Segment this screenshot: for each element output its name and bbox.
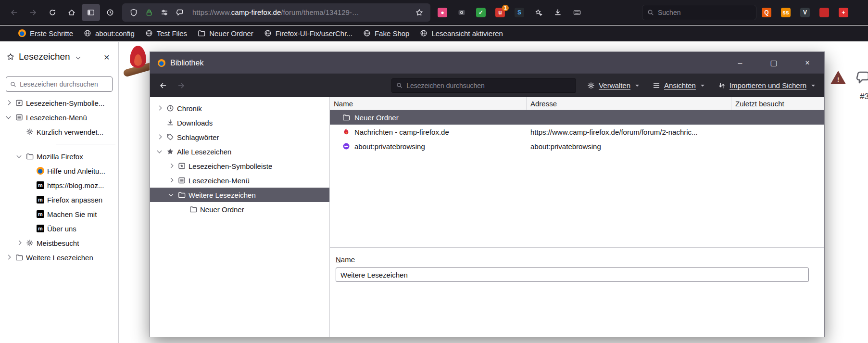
views-menu-button[interactable]: Ansichten	[648, 78, 709, 93]
bookmark-toolbar-item[interactable]: Leseansicht aktivieren	[415, 27, 507, 39]
bookmark-toolbar-item[interactable]: Firefox-UI-Fix/userChr...	[259, 27, 357, 39]
library-tree-item[interactable]: Lesezeichen-Symbolleiste	[150, 159, 329, 173]
library-tree-item[interactable]: Alle Lesezeichen	[150, 144, 329, 159]
bookmark-add-button[interactable]	[529, 4, 548, 21]
sidebar-header: Lesezeichen ×	[0, 42, 118, 64]
identity-lock-button[interactable]	[141, 4, 157, 21]
bookmark-toolbar-item[interactable]: Erste Schritte	[13, 27, 78, 39]
bookmark-star-button[interactable]	[412, 4, 427, 21]
sidebar-search-input[interactable]	[20, 80, 108, 88]
bookmark-tree-item[interactable]: m Machen Sie mit	[0, 207, 118, 221]
reload-button[interactable]	[43, 4, 62, 21]
warning-icon[interactable]: !	[830, 71, 846, 84]
table-row[interactable]: about:privatebrowsing about:privatebrows…	[330, 139, 824, 153]
minimize-button[interactable]: –	[723, 52, 757, 74]
expander[interactable]	[5, 99, 13, 107]
tree-item-label: Chronik	[177, 104, 202, 113]
bookmark-toolbar-item[interactable]: about:config	[79, 27, 139, 39]
manage-menu-button[interactable]: Verwalten	[583, 78, 643, 93]
library-forward-button[interactable]	[173, 77, 189, 94]
bookmark-toolbar-item[interactable]: Fake Shop	[358, 27, 415, 39]
bookmark-tree-item[interactable]: Lesezeichen-Menü	[0, 110, 118, 125]
tracking-protection-button[interactable]	[126, 4, 141, 21]
extension-ublock[interactable]: u1	[491, 4, 509, 21]
expander[interactable]	[167, 177, 175, 184]
back-button[interactable]	[5, 4, 23, 21]
extension-red-plus[interactable]: +	[834, 4, 853, 21]
expander[interactable]	[26, 181, 34, 189]
extension-green-check[interactable]: ✓	[472, 4, 490, 21]
extension-q[interactable]: Q	[757, 4, 776, 21]
extension-stylus[interactable]: S	[510, 4, 528, 21]
history-button[interactable]	[101, 4, 119, 21]
extension-v[interactable]: V	[796, 4, 814, 21]
expander[interactable]	[156, 104, 164, 112]
library-tree-item[interactable]: Downloads	[150, 115, 329, 130]
close-button[interactable]: ×	[791, 52, 824, 74]
permissions-button[interactable]	[157, 4, 172, 21]
library-search-field[interactable]	[391, 78, 576, 93]
expander[interactable]	[26, 196, 34, 203]
expander[interactable]	[167, 191, 175, 199]
import-backup-menu-button[interactable]: Importieren und Sichern	[714, 78, 819, 93]
library-tree-item[interactable]: Schlagwörter	[150, 130, 329, 144]
sidebar-close-button[interactable]: ×	[101, 51, 113, 63]
page-action-message-button[interactable]	[172, 4, 188, 21]
bookmark-tree-item[interactable]: m https://blog.moz...	[0, 178, 118, 192]
table-row[interactable]: Neuer Ordner	[330, 110, 824, 125]
expander[interactable]	[26, 210, 34, 218]
bookmark-tree-item[interactable]: Mozilla Firefox	[0, 149, 118, 164]
extension-screenshot[interactable]	[453, 4, 471, 21]
expander[interactable]	[167, 162, 175, 170]
extension-red[interactable]	[815, 4, 833, 21]
arrow-left-icon	[10, 9, 18, 16]
forward-button[interactable]	[24, 4, 42, 21]
library-tree-item[interactable]: Neuer Ordner	[150, 202, 329, 216]
column-header-visited[interactable]: Zuletzt besucht	[731, 97, 824, 110]
expander[interactable]	[156, 148, 164, 155]
expander[interactable]	[15, 239, 23, 247]
expander[interactable]	[26, 167, 34, 175]
column-header-address[interactable]: Adresse	[527, 97, 731, 110]
expander[interactable]	[5, 254, 13, 261]
library-tree-item[interactable]: Lesezeichen-Menü	[150, 173, 329, 188]
bookmark-tree-item[interactable]: m Über uns	[0, 221, 118, 236]
expander[interactable]	[156, 119, 164, 127]
expander[interactable]	[15, 128, 23, 136]
sidebar-toggle-button[interactable]	[82, 4, 100, 21]
expander[interactable]	[156, 133, 164, 141]
expander[interactable]	[179, 205, 187, 213]
bookmark-tree-item[interactable]: Lesezeichen-Symbolle...	[0, 96, 118, 110]
browser-search-field[interactable]	[642, 5, 756, 20]
bookmark-tree-item[interactable]: m Firefox anpassen	[0, 192, 118, 207]
url-bar[interactable]: https://www.camp-firefox.de/forum/thema/…	[122, 3, 430, 22]
library-tree-item[interactable]: Chronik	[150, 101, 329, 115]
home-button[interactable]	[63, 4, 81, 21]
bookmark-tree-item[interactable]: Kürzlich verwendet...	[0, 125, 118, 139]
chevron-down-icon[interactable]	[75, 54, 82, 62]
post-number[interactable]: #3	[860, 92, 868, 102]
library-titlebar[interactable]: Bibliothek –▢×	[150, 52, 824, 74]
expander[interactable]	[15, 152, 23, 160]
expander[interactable]	[5, 114, 13, 121]
detail-name-input[interactable]	[336, 267, 809, 282]
bookmark-tree-item[interactable]: Weitere Lesezeichen	[0, 250, 118, 265]
bookmark-toolbar-item[interactable]: Neuer Ordner	[193, 27, 258, 39]
extension-keyboard[interactable]	[568, 4, 586, 21]
downloads-button[interactable]	[549, 4, 567, 21]
library-back-button[interactable]	[155, 77, 171, 94]
table-row[interactable]: Nachrichten - camp-firefox.de https://ww…	[330, 125, 824, 139]
sidebar-search-field[interactable]	[6, 76, 113, 92]
library-search-input[interactable]	[406, 82, 571, 89]
bookmark-toolbar-item[interactable]: Test Files	[140, 27, 192, 39]
bookmark-tree-item[interactable]: Hilfe und Anleitu...	[0, 164, 118, 178]
extension-pink[interactable]: ●	[433, 4, 452, 21]
extension-amber[interactable]: ss	[777, 4, 795, 21]
bookmark-tree-item[interactable]: Meistbesucht	[0, 236, 118, 250]
column-header-name[interactable]: Name	[330, 97, 527, 110]
expander[interactable]	[26, 225, 34, 232]
search-input[interactable]	[658, 9, 751, 16]
maximize-button[interactable]: ▢	[757, 52, 791, 74]
library-tree-item[interactable]: Weitere Lesezeichen	[150, 188, 329, 202]
chat-bubble-icon[interactable]	[855, 70, 868, 84]
